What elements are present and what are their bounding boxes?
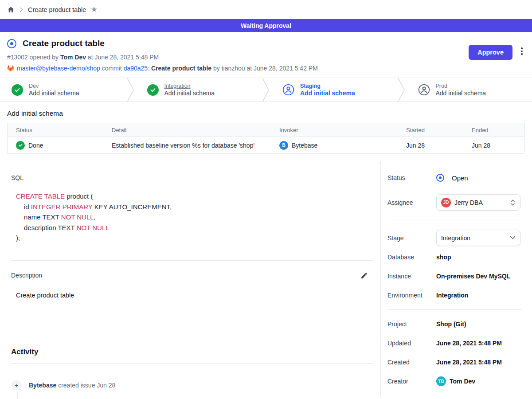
activity-actor: Bytebase	[29, 382, 56, 389]
sidebar-row-instance: Instance On-premises Dev MySQL	[387, 271, 521, 281]
stage-pending-approval-icon	[282, 84, 294, 96]
sidebar-row-created: Created June 28, 2021 5:48 PM	[387, 357, 521, 367]
assignee-value: Jerry DBA	[454, 199, 506, 206]
task-table: Status Detail Invoker Started Ended Done…	[7, 123, 525, 154]
instance-value[interactable]: On-premises Dev MySQL	[436, 273, 510, 280]
col-ended: Ended	[463, 127, 524, 133]
sidebar-row-updated: Updated June 28, 2021 5:48 PM	[387, 338, 521, 348]
creator-avatar: TD	[436, 376, 446, 386]
col-invoker: Invoker	[271, 127, 398, 133]
issue-header: Create product table #13002 opened by To…	[0, 32, 532, 78]
task-invoker: Bytebase	[292, 142, 317, 149]
task-status: Done	[28, 142, 43, 149]
timeline-connector	[17, 392, 18, 399]
sql-line: description TEXT NOT NULL	[16, 223, 373, 233]
issue-sidebar: Status Open Assignee JD Jerry DBA Stage …	[380, 161, 532, 397]
issue-id: #13002 opened by	[7, 54, 60, 61]
stage-integration[interactable]: Integration Add initial schema	[136, 78, 262, 102]
stage-select[interactable]: Integration	[436, 230, 520, 246]
table-row[interactable]: Done Established baseline version %s for…	[8, 137, 524, 153]
task-ended: Jun 28	[463, 142, 524, 149]
activity-action: created issue Jun 28	[56, 382, 115, 389]
issue-author: Tom Dev	[60, 54, 86, 61]
sidebar-row-assignee: Assignee JD Jerry DBA	[387, 194, 521, 211]
database-value[interactable]: shop	[436, 254, 451, 261]
page-title: Create product table	[23, 39, 105, 48]
home-icon[interactable]	[7, 6, 15, 13]
assignee-select[interactable]: JD Jerry DBA	[436, 194, 520, 211]
sidebar-row-creator: Creator TD Tom Dev	[387, 376, 521, 386]
sql-line: id INTEGER PRIMARY KEY AUTO_INCREMENT,	[16, 202, 373, 212]
task-section-title: Add initial schema	[7, 110, 525, 117]
issue-meta: #13002 opened by Tom Dev at June 28, 202…	[7, 54, 525, 61]
col-status: Status	[8, 127, 103, 133]
commit-hash-link[interactable]: da90a25	[124, 65, 148, 72]
stage-task-label: Add initial schema	[436, 90, 486, 97]
stage-prod[interactable]: Prod Add initial schema	[407, 78, 532, 102]
task-table-header: Status Detail Invoker Started Ended	[8, 123, 524, 137]
favorite-star-icon[interactable]: ★	[90, 6, 97, 13]
sql-line: CREATE TABLE product (	[16, 191, 373, 202]
updated-value: June 28, 2021 5:48 PM	[436, 340, 502, 347]
approve-button[interactable]: Approve	[469, 45, 512, 60]
more-actions-icon[interactable]	[518, 47, 526, 55]
creator-value: Tom Dev	[450, 378, 475, 385]
stage-done-icon	[12, 84, 23, 96]
activity-title: Activity	[11, 348, 373, 356]
col-started: Started	[398, 127, 463, 133]
sql-line: );	[16, 233, 373, 243]
status-open-icon	[436, 174, 444, 182]
description-text: Create product table	[16, 292, 373, 299]
task-detail: Established baseline version %s for data…	[103, 142, 271, 149]
issue-opened-at: at June 28, 2021 5:48 PM	[86, 54, 159, 61]
commit-message: Create product table	[151, 65, 211, 72]
commit-colon: :	[148, 65, 151, 72]
stage-dev[interactable]: Dev Add initial schema	[0, 78, 126, 102]
breadcrumb-title[interactable]: Create product table	[28, 6, 86, 13]
commit-author-time: by tianzhou at June 28, 2021 5:42 PM	[211, 65, 318, 72]
stage-env-label: Prod	[436, 83, 486, 89]
commit-branch-repo-link[interactable]: master@bytebase-demo/shop	[17, 65, 100, 72]
updown-caret-icon	[510, 199, 516, 206]
status-value: Open	[452, 174, 468, 182]
sidebar-row-environment: Environment Integration	[387, 290, 521, 300]
banner-text: Waiting Approval	[241, 22, 291, 29]
invoker-avatar: B	[279, 141, 288, 150]
stage-env-label: Integration	[164, 83, 215, 89]
stage-task-label: Add initial schema	[164, 90, 215, 97]
stage-done-icon	[147, 84, 159, 96]
stage-staging[interactable]: Staging Add initial schema	[271, 78, 397, 102]
created-value: June 28, 2021 5:48 PM	[436, 359, 502, 366]
stage-task-label: Add initial schema	[300, 90, 355, 97]
sidebar-row-database: Database shop	[387, 252, 521, 262]
col-detail: Detail	[103, 127, 271, 133]
task-done-icon	[16, 141, 25, 150]
sql-line: name TEXT NOT NULL,	[16, 212, 373, 223]
edit-description-icon[interactable]	[360, 272, 368, 279]
sidebar-row-project: Project Shop (Git)	[387, 319, 521, 329]
task-section: Add initial schema Status Detail Invoker…	[0, 102, 532, 161]
stage-separator-icon	[126, 78, 136, 102]
chevron-down-icon	[510, 236, 516, 240]
stage-value: Integration	[441, 235, 506, 242]
breadcrumb: Create product table ★	[0, 0, 532, 19]
sidebar-row-status: Status Open	[387, 173, 521, 183]
assignee-avatar: JD	[441, 198, 451, 207]
divider	[11, 260, 373, 261]
divider	[387, 220, 521, 220]
project-value[interactable]: Shop (Git)	[436, 321, 466, 328]
stage-env-label: Dev	[29, 83, 79, 89]
task-started: Jun 28	[398, 142, 463, 149]
stage-env-label: Staging	[300, 83, 355, 89]
stage-pipeline: Dev Add initial schema Integration Add i…	[0, 78, 532, 102]
commit-word: commit	[100, 65, 124, 72]
description-label: Description	[11, 272, 42, 279]
activity-item: + Bytebase created issue Jun 28	[11, 380, 373, 391]
divider	[387, 309, 521, 310]
stage-task-label: Add initial schema	[29, 90, 79, 97]
commit-line: master@bytebase-demo/shop commit da90a25…	[7, 65, 525, 72]
issue-detail-panel: SQL CREATE TABLE product ( id INTEGER PR…	[0, 161, 380, 397]
plus-icon: +	[11, 380, 22, 391]
sql-code-block: CREATE TABLE product ( id INTEGER PRIMAR…	[16, 191, 373, 243]
environment-value[interactable]: Integration	[436, 292, 468, 299]
